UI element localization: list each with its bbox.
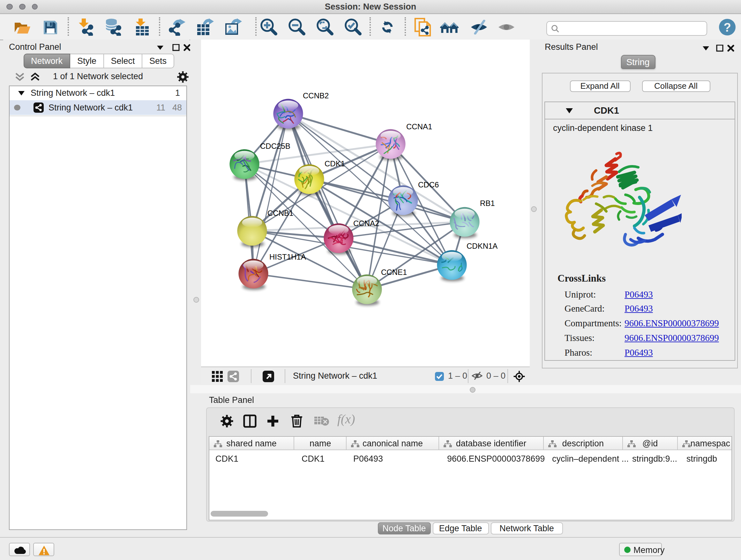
svg-text:CCNB1: CCNB1 bbox=[267, 209, 293, 217]
svg-text:CCNE1: CCNE1 bbox=[381, 268, 407, 276]
svg-text:HIST1H1A: HIST1H1A bbox=[269, 253, 306, 261]
svg-text:CCNA1: CCNA1 bbox=[406, 122, 432, 131]
svg-text:CCNB2: CCNB2 bbox=[303, 91, 329, 100]
svg-text:RB1: RB1 bbox=[480, 199, 495, 207]
svg-text:CDKN1A: CDKN1A bbox=[467, 242, 497, 250]
svg-text:?: ? bbox=[723, 20, 731, 34]
svg-text:CCNA2: CCNA2 bbox=[353, 219, 379, 228]
svg-text:CDC25B: CDC25B bbox=[260, 142, 290, 150]
svg-text:CDK1: CDK1 bbox=[325, 159, 345, 168]
svg-text:CDC6: CDC6 bbox=[418, 180, 439, 189]
